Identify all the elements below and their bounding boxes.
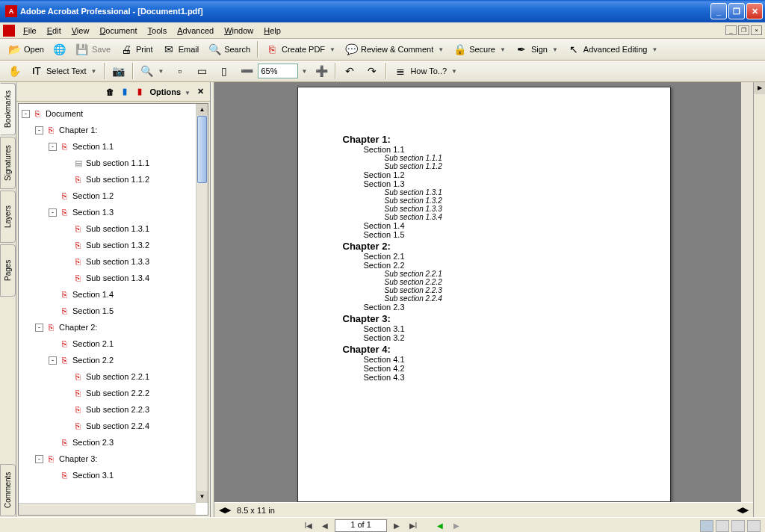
hand-tool-button[interactable]: ✋ bbox=[4, 63, 25, 79]
zoom-in-button[interactable]: 🔍▼ bbox=[137, 63, 168, 79]
menu-advanced[interactable]: Advanced bbox=[172, 25, 219, 37]
bookmark-item[interactable]: ▤Sub section 1.1.1 bbox=[20, 155, 194, 171]
bookmark-item[interactable]: -⎘Document bbox=[20, 105, 194, 122]
fit-page-button[interactable]: ▭ bbox=[191, 63, 212, 79]
bookmark-item[interactable]: ⎘Sub section 2.2.2 bbox=[20, 385, 194, 401]
hscroll-right-icon[interactable]: ◀▶ bbox=[737, 505, 749, 515]
secure-button[interactable]: 🔒Secure▼ bbox=[449, 41, 510, 58]
hscroll-left-icon[interactable]: ◀▶ bbox=[219, 505, 231, 515]
next-view-button[interactable]: ▶ bbox=[450, 520, 463, 532]
tab-signatures[interactable]: Signatures bbox=[0, 137, 16, 189]
mdi-restore-button[interactable]: ❐ bbox=[738, 25, 749, 35]
tree-toggle-icon[interactable]: - bbox=[49, 356, 57, 365]
tree-toggle-icon[interactable]: - bbox=[35, 324, 43, 332]
tab-bookmarks[interactable]: Bookmarks bbox=[0, 83, 16, 135]
bookmark-item[interactable]: ⎘Sub section 2.2.1 bbox=[20, 368, 194, 385]
tree-toggle-icon[interactable]: - bbox=[49, 143, 57, 151]
bookmark-item[interactable]: -⎘Section 2.2 bbox=[20, 352, 194, 368]
actual-size-button[interactable]: ▫ bbox=[169, 63, 190, 79]
bookmark-item[interactable]: ⎘Section 1.4 bbox=[20, 286, 194, 303]
zoom-out-button[interactable]: ➖ bbox=[236, 63, 257, 79]
bookmark-item[interactable]: -⎘Chapter 2: bbox=[20, 319, 194, 335]
bookmark-item[interactable]: ⎘Section 1.2 bbox=[20, 188, 194, 204]
rotate-cw-button[interactable]: ↷ bbox=[362, 63, 382, 79]
bookmarks-hscrollbar[interactable] bbox=[19, 503, 196, 515]
bookmark-item[interactable]: ⎘Sub section 1.3.4 bbox=[20, 270, 194, 286]
menu-document[interactable]: Document bbox=[94, 25, 142, 37]
menu-help[interactable]: Help bbox=[258, 25, 286, 37]
close-button[interactable]: ✕ bbox=[746, 3, 763, 19]
save-button[interactable]: 💾Save bbox=[72, 41, 114, 58]
bookmark-item[interactable]: ⎘Section 1.5 bbox=[20, 303, 194, 319]
trash-icon[interactable]: 🗑 bbox=[105, 87, 115, 97]
bookmark-item[interactable]: ⎘Sub section 1.3.2 bbox=[20, 237, 194, 253]
continuous-facing-view-button[interactable] bbox=[747, 520, 761, 532]
single-page-view-button[interactable] bbox=[700, 520, 713, 532]
web-button[interactable]: 🌐 bbox=[49, 41, 70, 58]
new-bookmark-icon[interactable]: ▮ bbox=[120, 87, 130, 97]
menu-edit[interactable]: Edit bbox=[42, 25, 66, 37]
zoom-input[interactable]: 65% bbox=[258, 64, 298, 78]
continuous-view-button[interactable] bbox=[716, 520, 729, 532]
expand-right-icon[interactable]: ▶ bbox=[754, 82, 765, 94]
tab-pages[interactable]: Pages bbox=[0, 244, 16, 297]
menu-file[interactable]: File bbox=[18, 25, 42, 37]
doc-vscrollbar[interactable] bbox=[741, 82, 753, 502]
search-button[interactable]: 🔍Search bbox=[204, 41, 254, 58]
bookmark-item[interactable]: ⎘Section 2.1 bbox=[20, 335, 194, 352]
prev-view-button[interactable]: ◀ bbox=[433, 520, 447, 532]
bookmark-label: Sub section 1.1.2 bbox=[86, 175, 149, 184]
bookmarks-vscrollbar[interactable]: ▲ ▼ bbox=[196, 104, 208, 503]
email-button[interactable]: ✉Email bbox=[158, 41, 203, 58]
bookmark-item[interactable]: ⎘Sub section 2.2.4 bbox=[20, 418, 194, 434]
mdi-close-button[interactable]: × bbox=[751, 25, 762, 35]
first-page-button[interactable]: I◀ bbox=[302, 520, 315, 532]
bookmark-item[interactable]: ⎘Sub section 1.3.3 bbox=[20, 253, 194, 270]
bookmark-item[interactable]: -⎘Chapter 1: bbox=[20, 122, 194, 138]
options-menu[interactable]: Options ▼ bbox=[149, 87, 191, 96]
bookmark-item[interactable]: -⎘Chapter 3: bbox=[20, 451, 194, 467]
open-button[interactable]: 📂Open bbox=[4, 41, 48, 58]
chevron-down-icon[interactable]: ▼ bbox=[301, 68, 307, 75]
close-panel-icon[interactable]: ✕ bbox=[195, 87, 205, 97]
create-pdf-button[interactable]: ⎘Create PDF▼ bbox=[261, 41, 339, 58]
minimize-button[interactable]: _ bbox=[710, 3, 727, 19]
bookmark-item[interactable]: ⎘Section 2.3 bbox=[20, 434, 194, 451]
rotate-ccw-button[interactable]: ↶ bbox=[339, 63, 360, 79]
bookmark-item[interactable]: ⎘Section 3.1 bbox=[20, 467, 194, 483]
menu-tools[interactable]: Tools bbox=[143, 25, 173, 37]
bookmark-item[interactable]: ⎘Sub section 1.1.2 bbox=[20, 171, 194, 188]
tab-comments[interactable]: Comments bbox=[0, 464, 16, 516]
scroll-up-icon[interactable]: ▲ bbox=[196, 104, 208, 116]
select-text-button[interactable]: ITSelect Text▼ bbox=[26, 63, 101, 79]
tab-layers[interactable]: Layers bbox=[0, 191, 16, 243]
tree-toggle-icon[interactable]: - bbox=[49, 208, 57, 217]
bookmark-item[interactable]: ⎘Sub section 2.2.3 bbox=[20, 401, 194, 418]
bookmark-item[interactable]: -⎘Section 1.3 bbox=[20, 204, 194, 220]
review-button[interactable]: 💬Review & Comment▼ bbox=[341, 41, 447, 58]
scroll-down-icon[interactable]: ▼ bbox=[196, 491, 208, 503]
zoom-plus-button[interactable]: ➕ bbox=[311, 63, 332, 79]
prev-page-button[interactable]: ◀ bbox=[318, 520, 332, 532]
tree-toggle-icon[interactable]: - bbox=[35, 126, 43, 134]
bookmark-item[interactable]: ⎘Sub section 1.3.1 bbox=[20, 220, 194, 237]
advanced-editing-button[interactable]: ↖Advanced Editing▼ bbox=[563, 41, 662, 58]
scrollbar-thumb[interactable] bbox=[197, 116, 207, 183]
next-page-button[interactable]: ▶ bbox=[390, 520, 403, 532]
facing-view-button[interactable] bbox=[731, 520, 745, 532]
tree-toggle-icon[interactable]: - bbox=[35, 455, 43, 463]
print-button[interactable]: 🖨Print bbox=[116, 41, 157, 58]
menu-view[interactable]: View bbox=[66, 25, 95, 37]
fit-width-button[interactable]: ▯ bbox=[214, 63, 235, 79]
tree-toggle-icon[interactable]: - bbox=[22, 110, 30, 118]
new-from-structure-icon[interactable]: ▮ bbox=[134, 87, 145, 97]
mdi-minimize-button[interactable]: _ bbox=[725, 25, 737, 35]
snapshot-button[interactable]: 📷 bbox=[108, 63, 129, 79]
bookmark-item[interactable]: -⎘Section 1.1 bbox=[20, 138, 194, 155]
menu-window[interactable]: Window bbox=[219, 25, 258, 37]
howto-button[interactable]: ≣How To..?▼ bbox=[390, 63, 461, 79]
maximize-button[interactable]: ❐ bbox=[728, 3, 745, 19]
sign-button[interactable]: ✒Sign▼ bbox=[511, 41, 562, 58]
page-number-input[interactable]: 1 of 1 bbox=[335, 519, 387, 532]
last-page-button[interactable]: ▶I bbox=[406, 520, 420, 532]
